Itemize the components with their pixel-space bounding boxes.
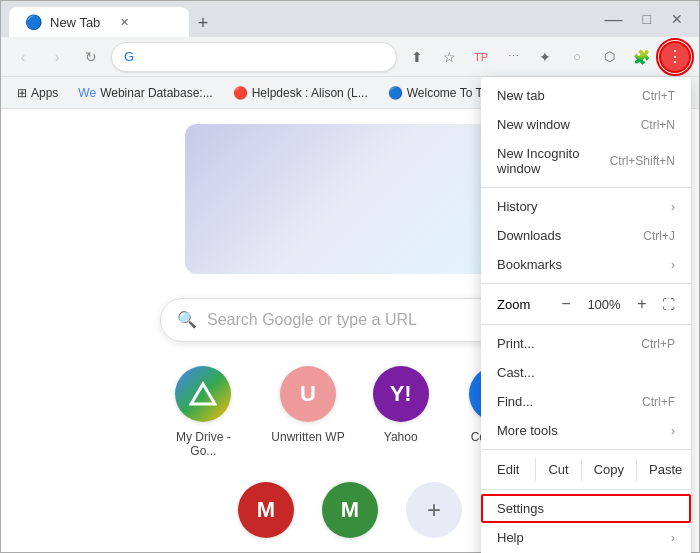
menu-settings-label: Settings xyxy=(497,501,544,516)
menu-divider-5 xyxy=(481,489,691,490)
menu-new-window-shortcut: Ctrl+N xyxy=(641,118,675,132)
menu-new-window-label: New window xyxy=(497,117,570,132)
forward-button[interactable]: › xyxy=(43,43,71,71)
menu-print-shortcut: Ctrl+P xyxy=(641,337,675,351)
menu-button-wrap: ⋮ xyxy=(659,41,691,73)
menu-cast-label: Cast... xyxy=(497,365,535,380)
address-bar[interactable]: G xyxy=(111,42,397,72)
close-icon[interactable]: ✕ xyxy=(663,11,691,27)
menu-history-label: History xyxy=(497,199,537,214)
menu-history[interactable]: History › xyxy=(481,192,691,221)
zoom-percent-display: 100% xyxy=(586,297,622,312)
menu-help-label: Help xyxy=(497,530,524,545)
shortcut-drive-label: My Drive - Go... xyxy=(163,430,243,458)
menu-incognito-shortcut: Ctrl+Shift+N xyxy=(610,154,675,168)
browser-tab[interactable]: 🔵 New Tab ✕ xyxy=(9,7,189,37)
tp-extension-icon[interactable]: TP xyxy=(467,43,495,71)
menu-downloads-shortcut: Ctrl+J xyxy=(643,229,675,243)
title-bar: 🔵 New Tab ✕ + ― □ ✕ xyxy=(1,1,699,37)
menu-zoom-label: Zoom xyxy=(497,297,530,312)
window-controls: ― □ ✕ xyxy=(597,9,691,30)
search-icon: 🔍 xyxy=(177,310,197,329)
browser-frame: 🔵 New Tab ✕ + ― □ ✕ ‹ › ↻ G ⬆ ☆ TP ⋯ ✦ ○ xyxy=(0,0,700,553)
bookmark-star-icon[interactable]: ☆ xyxy=(435,43,463,71)
menu-edit-label: Edit xyxy=(481,458,535,481)
tab-area: 🔵 New Tab ✕ + xyxy=(9,1,589,37)
svg-marker-25 xyxy=(191,384,215,404)
menu-copy-button[interactable]: Copy xyxy=(581,458,636,481)
shortcut-wp-icon: U xyxy=(280,366,336,422)
bookmark-webinar-label: Webinar Database:... xyxy=(100,86,213,100)
share-icon[interactable]: ⬆ xyxy=(403,43,431,71)
extensions-puzzle-icon[interactable]: 🧩 xyxy=(627,43,655,71)
bookmark-webinar-favicon: We xyxy=(78,86,96,100)
shortcuts-row-2: M M + xyxy=(238,482,462,538)
back-button[interactable]: ‹ xyxy=(9,43,37,71)
zoom-fullscreen-icon[interactable]: ⛶ xyxy=(662,297,675,312)
shortcut-m1-icon: M xyxy=(238,482,294,538)
extension-icon-2[interactable]: ⋯ xyxy=(499,43,527,71)
shortcut-yahoo-icon: Y! xyxy=(373,366,429,422)
bookmark-welcome-favicon: 🔵 xyxy=(388,86,403,100)
refresh-button[interactable]: ↻ xyxy=(77,43,105,71)
bookmark-webinar[interactable]: We Webinar Database:... xyxy=(70,83,220,103)
menu-print[interactable]: Print... Ctrl+P xyxy=(481,329,691,358)
menu-new-tab-label: New tab xyxy=(497,88,545,103)
menu-downloads[interactable]: Downloads Ctrl+J xyxy=(481,221,691,250)
shortcut-yahoo[interactable]: Y! Yahoo xyxy=(373,366,429,444)
menu-find-shortcut: Ctrl+F xyxy=(642,395,675,409)
menu-divider-4 xyxy=(481,449,691,450)
menu-help-arrow: › xyxy=(671,531,675,545)
menu-new-tab[interactable]: New tab Ctrl+T xyxy=(481,81,691,110)
maximize-icon[interactable]: □ xyxy=(635,11,659,27)
menu-incognito[interactable]: New Incognito window Ctrl+Shift+N xyxy=(481,139,691,183)
toolbar-icons: ⬆ ☆ TP ⋯ ✦ ○ ⬡ 🧩 ⋮ xyxy=(403,41,691,73)
add-shortcut-button[interactable]: + xyxy=(406,482,462,538)
menu-downloads-label: Downloads xyxy=(497,228,561,243)
extension-icon-4[interactable]: ⬡ xyxy=(595,43,623,71)
zoom-increase-button[interactable]: + xyxy=(630,292,654,316)
menu-divider-2 xyxy=(481,283,691,284)
menu-cut-button[interactable]: Cut xyxy=(535,458,580,481)
extension-icon-3[interactable]: ✦ xyxy=(531,43,559,71)
menu-bookmarks-arrow: › xyxy=(671,258,675,272)
bookmark-apps[interactable]: ⊞ Apps xyxy=(9,83,66,103)
menu-more-tools[interactable]: More tools › xyxy=(481,416,691,445)
menu-divider-3 xyxy=(481,324,691,325)
menu-find-label: Find... xyxy=(497,394,533,409)
menu-incognito-label: New Incognito window xyxy=(497,146,610,176)
menu-cast[interactable]: Cast... xyxy=(481,358,691,387)
chrome-menu-button[interactable]: ⋮ xyxy=(659,41,691,73)
profile-icon[interactable]: ○ xyxy=(563,43,591,71)
shortcut-m2-icon: M xyxy=(322,482,378,538)
shortcut-drive-icon xyxy=(175,366,231,422)
shortcut-m1[interactable]: M xyxy=(238,482,294,538)
shortcut-wp[interactable]: U Unwritten WP xyxy=(271,366,344,444)
shortcut-m2[interactable]: M xyxy=(322,482,378,538)
new-tab-button[interactable]: + xyxy=(189,9,217,37)
search-placeholder-text: Search Google or type a URL xyxy=(207,311,417,329)
menu-help[interactable]: Help › xyxy=(481,523,691,552)
tab-close-button[interactable]: ✕ xyxy=(116,14,132,30)
menu-more-tools-arrow: › xyxy=(671,424,675,438)
menu-settings[interactable]: Settings xyxy=(481,494,691,523)
tab-title: New Tab xyxy=(50,15,100,30)
menu-find[interactable]: Find... Ctrl+F xyxy=(481,387,691,416)
shortcut-drive[interactable]: My Drive - Go... xyxy=(163,366,243,458)
bookmark-helpdesk[interactable]: 🔴 Helpdesk : Alison (L... xyxy=(225,83,376,103)
zoom-decrease-button[interactable]: − xyxy=(554,292,578,316)
menu-bookmarks-label: Bookmarks xyxy=(497,257,562,272)
google-doodle xyxy=(185,124,515,274)
menu-print-label: Print... xyxy=(497,336,535,351)
apps-grid-icon: ⊞ xyxy=(17,86,27,100)
menu-divider-1 xyxy=(481,187,691,188)
minimize-icon[interactable]: ― xyxy=(597,9,631,30)
bookmark-helpdesk-favicon: 🔴 xyxy=(233,86,248,100)
menu-new-window[interactable]: New window Ctrl+N xyxy=(481,110,691,139)
menu-more-tools-label: More tools xyxy=(497,423,558,438)
menu-bookmarks[interactable]: Bookmarks › xyxy=(481,250,691,279)
shortcut-wp-label: Unwritten WP xyxy=(271,430,344,444)
menu-paste-button[interactable]: Paste xyxy=(636,458,694,481)
shortcut-yahoo-label: Yahoo xyxy=(384,430,418,444)
bookmark-apps-label: Apps xyxy=(31,86,58,100)
